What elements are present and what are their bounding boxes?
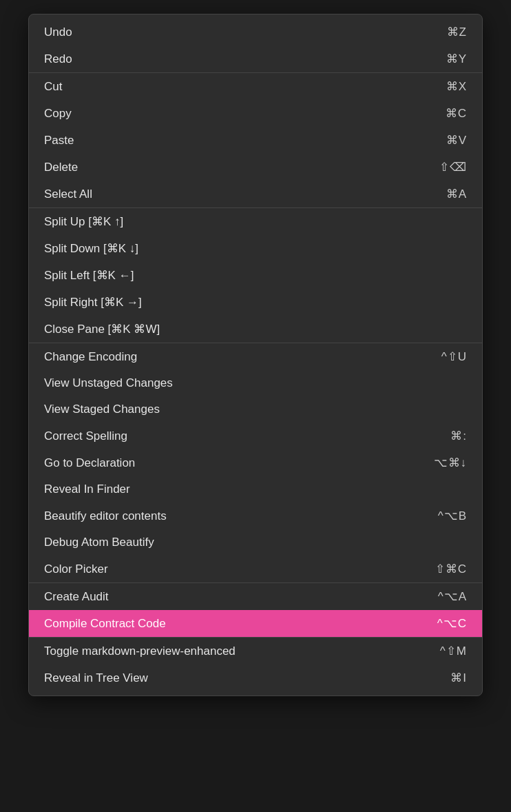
menu-section-4: Create Audit^⌥ACompile Contract Code^⌥C — [29, 583, 482, 638]
menu-item-2-4[interactable]: Close Pane [⌘K ⌘W] — [29, 316, 482, 343]
menu-item-label-1-0: Cut — [44, 80, 62, 94]
menu-item-2-3[interactable]: Split Right [⌘K →] — [29, 289, 482, 316]
menu-item-2-0[interactable]: Split Up [⌘K ↑] — [29, 208, 482, 235]
menu-item-shortcut-1-1: ⌘C — [446, 106, 467, 121]
menu-item-label-5-0: Toggle markdown-preview-enhanced — [44, 644, 236, 658]
menu-item-shortcut-5-1: ⌘I — [450, 671, 467, 685]
menu-item-3-2[interactable]: View Staged Changes — [29, 396, 482, 423]
menu-item-shortcut-1-3: ⇧⌫ — [439, 160, 467, 174]
menu-item-3-6[interactable]: Beautify editor contents^⌥B — [29, 503, 482, 529]
menu-item-3-5[interactable]: Reveal In Finder — [29, 476, 482, 503]
menu-item-2-1[interactable]: Split Down [⌘K ↓] — [29, 235, 482, 262]
menu-item-shortcut-4-0: ^⌥A — [438, 589, 467, 604]
menu-item-5-1[interactable]: Reveal in Tree View⌘I — [29, 664, 482, 691]
menu-item-1-3[interactable]: Delete⇧⌫ — [29, 154, 482, 181]
menu-item-label-3-0: Change Encoding — [44, 350, 137, 364]
menu-item-label-1-3: Delete — [44, 161, 78, 174]
menu-item-shortcut-5-0: ^⇧M — [440, 644, 467, 658]
menu-item-3-0[interactable]: Change Encoding^⇧U — [29, 343, 482, 370]
menu-item-5-0[interactable]: Toggle markdown-preview-enhanced^⇧M — [29, 638, 482, 664]
menu-item-label-2-0: Split Up [⌘K ↑] — [44, 214, 123, 229]
context-menu: Undo⌘ZRedo⌘YCut⌘XCopy⌘CPaste⌘VDelete⇧⌫Se… — [28, 14, 483, 696]
menu-item-shortcut-3-3: ⌘: — [450, 429, 467, 443]
menu-item-label-5-1: Reveal in Tree View — [44, 671, 148, 685]
menu-item-4-0[interactable]: Create Audit^⌥A — [29, 583, 482, 610]
menu-section-2: Split Up [⌘K ↑]Split Down [⌘K ↓]Split Le… — [29, 208, 482, 343]
menu-item-label-1-2: Paste — [44, 134, 74, 148]
menu-item-3-3[interactable]: Correct Spelling⌘: — [29, 423, 482, 449]
menu-item-label-0-0: Undo — [44, 26, 72, 39]
menu-item-0-0[interactable]: Undo⌘Z — [29, 19, 482, 45]
menu-item-label-3-3: Correct Spelling — [44, 429, 127, 443]
menu-item-shortcut-0-1: ⌘Y — [446, 52, 467, 66]
menu-item-shortcut-3-8: ⇧⌘C — [435, 562, 467, 576]
menu-item-label-2-2: Split Left [⌘K ←] — [44, 268, 134, 283]
menu-item-4-1[interactable]: Compile Contract Code^⌥C — [29, 610, 482, 637]
menu-item-label-3-8: Color Picker — [44, 562, 108, 576]
menu-item-label-1-4: Select All — [44, 187, 92, 201]
menu-section-0: Undo⌘ZRedo⌘Y — [29, 19, 482, 73]
menu-item-label-4-1: Compile Contract Code — [44, 617, 166, 631]
menu-item-2-2[interactable]: Split Left [⌘K ←] — [29, 262, 482, 289]
menu-item-shortcut-4-1: ^⌥C — [437, 616, 467, 631]
menu-section-1: Cut⌘XCopy⌘CPaste⌘VDelete⇧⌫Select All⌘A — [29, 73, 482, 208]
menu-item-shortcut-3-6: ^⌥B — [438, 509, 467, 523]
menu-item-1-0[interactable]: Cut⌘X — [29, 73, 482, 100]
menu-item-3-8[interactable]: Color Picker⇧⌘C — [29, 556, 482, 582]
menu-item-label-2-1: Split Down [⌘K ↓] — [44, 241, 138, 256]
menu-item-shortcut-1-0: ⌘X — [446, 79, 467, 94]
menu-section-3: Change Encoding^⇧UView Unstaged ChangesV… — [29, 343, 482, 583]
menu-item-1-4[interactable]: Select All⌘A — [29, 181, 482, 207]
menu-item-label-3-4: Go to Declaration — [44, 456, 135, 470]
menu-item-label-2-4: Close Pane [⌘K ⌘W] — [44, 322, 160, 336]
menu-item-1-2[interactable]: Paste⌘V — [29, 127, 482, 154]
menu-item-shortcut-0-0: ⌘Z — [447, 25, 467, 39]
menu-item-label-3-2: View Staged Changes — [44, 403, 160, 416]
menu-section-5: Toggle markdown-preview-enhanced^⇧MRevea… — [29, 638, 482, 691]
menu-item-label-1-1: Copy — [44, 107, 72, 121]
menu-item-label-2-3: Split Right [⌘K →] — [44, 295, 142, 309]
menu-item-0-1[interactable]: Redo⌘Y — [29, 45, 482, 72]
menu-item-shortcut-3-4: ⌥⌘↓ — [434, 456, 468, 470]
menu-item-shortcut-3-0: ^⇧U — [441, 349, 467, 364]
menu-item-label-3-6: Beautify editor contents — [44, 509, 167, 523]
menu-item-3-7[interactable]: Debug Atom Beautify — [29, 529, 482, 556]
menu-item-label-0-1: Redo — [44, 52, 72, 66]
menu-item-label-3-1: View Unstaged Changes — [44, 376, 173, 390]
menu-item-3-1[interactable]: View Unstaged Changes — [29, 370, 482, 396]
menu-item-shortcut-1-4: ⌘A — [446, 187, 467, 201]
menu-item-shortcut-1-2: ⌘V — [446, 133, 467, 148]
menu-item-label-4-0: Create Audit — [44, 590, 109, 604]
menu-item-label-3-7: Debug Atom Beautify — [44, 536, 154, 549]
menu-item-1-1[interactable]: Copy⌘C — [29, 100, 482, 127]
menu-item-label-3-5: Reveal In Finder — [44, 483, 130, 496]
menu-item-3-4[interactable]: Go to Declaration⌥⌘↓ — [29, 449, 482, 476]
